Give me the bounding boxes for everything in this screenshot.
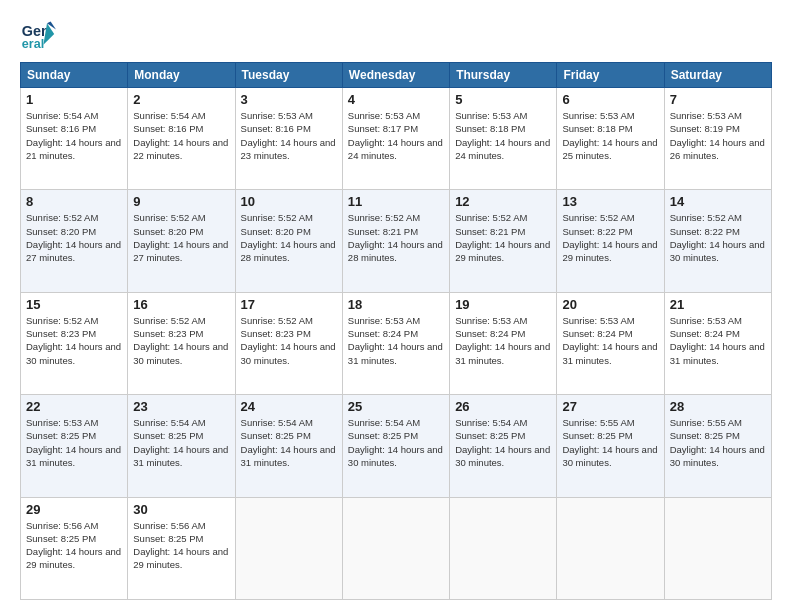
day-number: 2 — [133, 92, 229, 107]
day-number: 21 — [670, 297, 766, 312]
day-number: 30 — [133, 502, 229, 517]
cell-info: Sunrise: 5:53 AMSunset: 8:17 PMDaylight:… — [348, 110, 443, 161]
cell-info: Sunrise: 5:53 AMSunset: 8:19 PMDaylight:… — [670, 110, 765, 161]
cell-info: Sunrise: 5:52 AMSunset: 8:21 PMDaylight:… — [348, 212, 443, 263]
calendar-cell: 11Sunrise: 5:52 AMSunset: 8:21 PMDayligh… — [342, 190, 449, 292]
day-number: 9 — [133, 194, 229, 209]
cell-info: Sunrise: 5:55 AMSunset: 8:25 PMDaylight:… — [562, 417, 657, 468]
cell-info: Sunrise: 5:53 AMSunset: 8:24 PMDaylight:… — [670, 315, 765, 366]
calendar-week-row: 1Sunrise: 5:54 AMSunset: 8:16 PMDaylight… — [21, 88, 772, 190]
day-number: 28 — [670, 399, 766, 414]
calendar-cell: 20Sunrise: 5:53 AMSunset: 8:24 PMDayligh… — [557, 292, 664, 394]
calendar-cell: 26Sunrise: 5:54 AMSunset: 8:25 PMDayligh… — [450, 395, 557, 497]
calendar-cell: 6Sunrise: 5:53 AMSunset: 8:18 PMDaylight… — [557, 88, 664, 190]
column-header-tuesday: Tuesday — [235, 63, 342, 88]
calendar-cell: 3Sunrise: 5:53 AMSunset: 8:16 PMDaylight… — [235, 88, 342, 190]
calendar-week-row: 8Sunrise: 5:52 AMSunset: 8:20 PMDaylight… — [21, 190, 772, 292]
column-header-monday: Monday — [128, 63, 235, 88]
column-header-sunday: Sunday — [21, 63, 128, 88]
calendar-week-row: 22Sunrise: 5:53 AMSunset: 8:25 PMDayligh… — [21, 395, 772, 497]
calendar-cell: 21Sunrise: 5:53 AMSunset: 8:24 PMDayligh… — [664, 292, 771, 394]
cell-info: Sunrise: 5:53 AMSunset: 8:25 PMDaylight:… — [26, 417, 121, 468]
day-number: 13 — [562, 194, 658, 209]
calendar-cell: 14Sunrise: 5:52 AMSunset: 8:22 PMDayligh… — [664, 190, 771, 292]
cell-info: Sunrise: 5:52 AMSunset: 8:22 PMDaylight:… — [670, 212, 765, 263]
cell-info: Sunrise: 5:53 AMSunset: 8:16 PMDaylight:… — [241, 110, 336, 161]
calendar-cell: 13Sunrise: 5:52 AMSunset: 8:22 PMDayligh… — [557, 190, 664, 292]
calendar-cell: 25Sunrise: 5:54 AMSunset: 8:25 PMDayligh… — [342, 395, 449, 497]
cell-info: Sunrise: 5:55 AMSunset: 8:25 PMDaylight:… — [670, 417, 765, 468]
calendar-week-row: 29Sunrise: 5:56 AMSunset: 8:25 PMDayligh… — [21, 497, 772, 599]
cell-info: Sunrise: 5:52 AMSunset: 8:21 PMDaylight:… — [455, 212, 550, 263]
column-header-saturday: Saturday — [664, 63, 771, 88]
calendar-cell: 9Sunrise: 5:52 AMSunset: 8:20 PMDaylight… — [128, 190, 235, 292]
cell-info: Sunrise: 5:52 AMSunset: 8:20 PMDaylight:… — [133, 212, 228, 263]
cell-info: Sunrise: 5:52 AMSunset: 8:23 PMDaylight:… — [133, 315, 228, 366]
day-number: 12 — [455, 194, 551, 209]
calendar-cell: 23Sunrise: 5:54 AMSunset: 8:25 PMDayligh… — [128, 395, 235, 497]
calendar-cell — [235, 497, 342, 599]
calendar-cell: 2Sunrise: 5:54 AMSunset: 8:16 PMDaylight… — [128, 88, 235, 190]
calendar-header-row: SundayMondayTuesdayWednesdayThursdayFrid… — [21, 63, 772, 88]
column-header-thursday: Thursday — [450, 63, 557, 88]
day-number: 18 — [348, 297, 444, 312]
cell-info: Sunrise: 5:54 AMSunset: 8:16 PMDaylight:… — [133, 110, 228, 161]
cell-info: Sunrise: 5:56 AMSunset: 8:25 PMDaylight:… — [26, 520, 121, 571]
day-number: 14 — [670, 194, 766, 209]
cell-info: Sunrise: 5:53 AMSunset: 8:18 PMDaylight:… — [562, 110, 657, 161]
day-number: 1 — [26, 92, 122, 107]
page: Gen eral SundayMondayTuesdayWednesdayThu… — [0, 0, 792, 612]
calendar-cell: 8Sunrise: 5:52 AMSunset: 8:20 PMDaylight… — [21, 190, 128, 292]
day-number: 24 — [241, 399, 337, 414]
calendar-body: 1Sunrise: 5:54 AMSunset: 8:16 PMDaylight… — [21, 88, 772, 600]
calendar-cell: 22Sunrise: 5:53 AMSunset: 8:25 PMDayligh… — [21, 395, 128, 497]
cell-info: Sunrise: 5:54 AMSunset: 8:25 PMDaylight:… — [133, 417, 228, 468]
day-number: 22 — [26, 399, 122, 414]
calendar-cell: 29Sunrise: 5:56 AMSunset: 8:25 PMDayligh… — [21, 497, 128, 599]
cell-info: Sunrise: 5:54 AMSunset: 8:25 PMDaylight:… — [241, 417, 336, 468]
cell-info: Sunrise: 5:54 AMSunset: 8:25 PMDaylight:… — [455, 417, 550, 468]
day-number: 25 — [348, 399, 444, 414]
logo: Gen eral — [20, 16, 62, 52]
day-number: 17 — [241, 297, 337, 312]
cell-info: Sunrise: 5:52 AMSunset: 8:23 PMDaylight:… — [26, 315, 121, 366]
calendar-cell: 4Sunrise: 5:53 AMSunset: 8:17 PMDaylight… — [342, 88, 449, 190]
calendar-cell: 28Sunrise: 5:55 AMSunset: 8:25 PMDayligh… — [664, 395, 771, 497]
cell-info: Sunrise: 5:56 AMSunset: 8:25 PMDaylight:… — [133, 520, 228, 571]
day-number: 3 — [241, 92, 337, 107]
day-number: 27 — [562, 399, 658, 414]
calendar-cell: 10Sunrise: 5:52 AMSunset: 8:20 PMDayligh… — [235, 190, 342, 292]
calendar-cell — [450, 497, 557, 599]
day-number: 16 — [133, 297, 229, 312]
logo-icon: Gen eral — [20, 16, 56, 52]
day-number: 20 — [562, 297, 658, 312]
cell-info: Sunrise: 5:53 AMSunset: 8:24 PMDaylight:… — [348, 315, 443, 366]
day-number: 23 — [133, 399, 229, 414]
day-number: 6 — [562, 92, 658, 107]
calendar-cell: 19Sunrise: 5:53 AMSunset: 8:24 PMDayligh… — [450, 292, 557, 394]
day-number: 8 — [26, 194, 122, 209]
day-number: 26 — [455, 399, 551, 414]
calendar-cell: 27Sunrise: 5:55 AMSunset: 8:25 PMDayligh… — [557, 395, 664, 497]
svg-text:eral: eral — [22, 37, 44, 51]
calendar-cell: 5Sunrise: 5:53 AMSunset: 8:18 PMDaylight… — [450, 88, 557, 190]
cell-info: Sunrise: 5:53 AMSunset: 8:24 PMDaylight:… — [455, 315, 550, 366]
calendar-cell: 12Sunrise: 5:52 AMSunset: 8:21 PMDayligh… — [450, 190, 557, 292]
calendar-cell: 18Sunrise: 5:53 AMSunset: 8:24 PMDayligh… — [342, 292, 449, 394]
day-number: 29 — [26, 502, 122, 517]
calendar-cell: 24Sunrise: 5:54 AMSunset: 8:25 PMDayligh… — [235, 395, 342, 497]
calendar-cell: 1Sunrise: 5:54 AMSunset: 8:16 PMDaylight… — [21, 88, 128, 190]
header: Gen eral — [20, 16, 772, 52]
column-header-friday: Friday — [557, 63, 664, 88]
day-number: 19 — [455, 297, 551, 312]
cell-info: Sunrise: 5:54 AMSunset: 8:25 PMDaylight:… — [348, 417, 443, 468]
cell-info: Sunrise: 5:53 AMSunset: 8:18 PMDaylight:… — [455, 110, 550, 161]
day-number: 4 — [348, 92, 444, 107]
calendar-cell: 17Sunrise: 5:52 AMSunset: 8:23 PMDayligh… — [235, 292, 342, 394]
calendar-table: SundayMondayTuesdayWednesdayThursdayFrid… — [20, 62, 772, 600]
day-number: 15 — [26, 297, 122, 312]
calendar-cell: 30Sunrise: 5:56 AMSunset: 8:25 PMDayligh… — [128, 497, 235, 599]
day-number: 11 — [348, 194, 444, 209]
calendar-cell — [342, 497, 449, 599]
day-number: 10 — [241, 194, 337, 209]
